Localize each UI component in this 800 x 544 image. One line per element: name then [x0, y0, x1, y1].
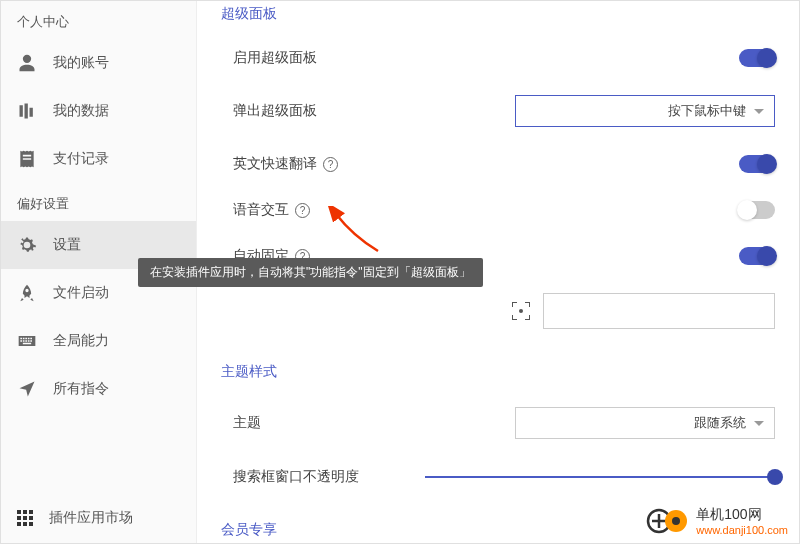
- keyboard-icon: [17, 331, 37, 351]
- sidebar-item-account[interactable]: 我的账号: [1, 39, 196, 87]
- popup-dropdown[interactable]: 按下鼠标中键: [515, 95, 775, 127]
- watermark-logo: [646, 508, 692, 534]
- tooltip: 在安装插件应用时，自动将其"功能指令"固定到「超级面板」: [138, 258, 483, 287]
- sidebar-item-data[interactable]: 我的数据: [1, 87, 196, 135]
- translate-label: 英文快速翻译?: [233, 155, 739, 173]
- section-title: 个人中心: [1, 1, 196, 39]
- plugin-market[interactable]: 插件应用市场: [1, 493, 196, 543]
- watermark: 单机100网 www.danji100.com: [646, 506, 788, 536]
- capture-button[interactable]: [507, 297, 535, 325]
- autopin-toggle[interactable]: [739, 247, 775, 265]
- plugin-market-label: 插件应用市场: [49, 509, 133, 527]
- voice-toggle[interactable]: [739, 201, 775, 219]
- section-title: 偏好设置: [1, 183, 196, 221]
- gear-icon: [17, 235, 37, 255]
- sidebar-item-commands[interactable]: 所有指令: [1, 365, 196, 413]
- account-icon: [17, 53, 37, 73]
- sidebar-item-global[interactable]: 全局能力: [1, 317, 196, 365]
- sidebar-label: 支付记录: [53, 150, 109, 168]
- arrow-annotation: [328, 206, 388, 256]
- grid-icon: [17, 510, 33, 526]
- opacity-label: 搜索框窗口不透明度: [233, 468, 425, 486]
- watermark-url: www.danji100.com: [696, 524, 788, 536]
- voice-label: 语音交互?: [233, 201, 739, 219]
- theme-dropdown[interactable]: 跟随系统: [515, 407, 775, 439]
- help-icon[interactable]: ?: [323, 157, 338, 172]
- opacity-slider[interactable]: [425, 467, 775, 487]
- enable-super-panel-toggle[interactable]: [739, 49, 775, 67]
- scan-icon: [512, 302, 530, 320]
- sidebar-label: 文件启动: [53, 284, 109, 302]
- sidebar-label: 我的账号: [53, 54, 109, 72]
- enable-super-panel-label: 启用超级面板: [233, 49, 739, 67]
- popup-super-panel-label: 弹出超级面板: [233, 102, 515, 120]
- sidebar-label: 我的数据: [53, 102, 109, 120]
- svg-point-4: [672, 517, 680, 525]
- sidebar-label: 所有指令: [53, 380, 109, 398]
- data-icon: [17, 101, 37, 121]
- translate-toggle[interactable]: [739, 155, 775, 173]
- theme-label: 主题: [233, 414, 515, 432]
- rocket-icon: [17, 283, 37, 303]
- navigate-icon: [17, 379, 37, 399]
- capture-input[interactable]: [543, 293, 775, 329]
- receipt-icon: [17, 149, 37, 169]
- section-theme: 主题样式: [221, 359, 775, 393]
- help-icon[interactable]: ?: [295, 203, 310, 218]
- sidebar-item-receipt[interactable]: 支付记录: [1, 135, 196, 183]
- sidebar-label: 全局能力: [53, 332, 109, 350]
- watermark-name: 单机100网: [696, 506, 788, 524]
- section-super-panel: 超级面板: [221, 1, 775, 35]
- sidebar-label: 设置: [53, 236, 81, 254]
